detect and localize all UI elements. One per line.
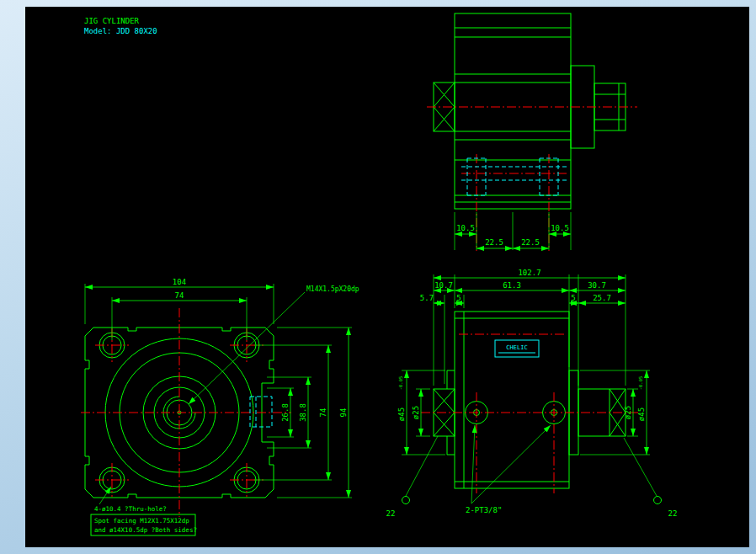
- balloon-left-label: 22: [386, 509, 396, 518]
- dim-225-left: 22.5: [485, 238, 503, 247]
- note-line-2: Spot facing M12X1.75X12dp: [94, 517, 189, 525]
- port-label: 2-PT3/8": [466, 506, 502, 514]
- nameplate-brand: CHELIC: [506, 344, 527, 351]
- dim-94: 94: [339, 408, 348, 418]
- drawing-model: Model: JDD 80X20: [84, 27, 157, 35]
- dim-388: 38.8: [299, 403, 307, 422]
- tolerance-left: -0.05: [398, 376, 403, 391]
- dia25-left: ø25: [412, 406, 420, 419]
- dim-107: 10.7: [434, 281, 453, 290]
- dim-74-vertical: 74: [319, 408, 327, 418]
- drawing-title: JIG CYLINDER: [84, 17, 140, 25]
- dim-307: 30.7: [588, 281, 606, 290]
- tolerance-right: -0.05: [638, 376, 643, 391]
- dim-105-right: 10.5: [551, 224, 569, 232]
- dim-257: 25.7: [593, 294, 611, 302]
- dim-225-right: 22.5: [521, 238, 540, 247]
- dim-5-right: 5: [571, 294, 575, 302]
- thread-callout: M14X1.5pX20dp: [306, 285, 359, 293]
- dia25-right: ø25: [624, 406, 632, 419]
- balloon-right-label: 22: [668, 509, 678, 518]
- dim-1027: 102.7: [518, 269, 540, 277]
- dia45-left: ø45: [397, 408, 406, 421]
- dim-268: 26.8: [281, 403, 290, 422]
- drawing-canvas[interactable]: JIG CYLINDER Model: JDD 80X20 10.5 10.5 …: [0, 0, 756, 554]
- dim-105-left: 10.5: [456, 224, 475, 232]
- dim-5-left: 5: [456, 294, 461, 302]
- dim-74-horizontal: 74: [175, 291, 184, 300]
- dim-57: 5.7: [420, 294, 434, 302]
- dia45-right: ø45: [637, 408, 646, 421]
- dim-104: 104: [173, 278, 186, 286]
- dim-613: 61.3: [503, 281, 521, 290]
- note-line-3: and ø14X10.5dp ?Both sides?: [94, 526, 197, 534]
- drawing-canvas-bg: [25, 7, 749, 547]
- cad-window: JIG CYLINDER Model: JDD 80X20 10.5 10.5 …: [0, 0, 756, 554]
- note-line-1: 4-ø10.4 ?Thru-hole?: [94, 505, 167, 513]
